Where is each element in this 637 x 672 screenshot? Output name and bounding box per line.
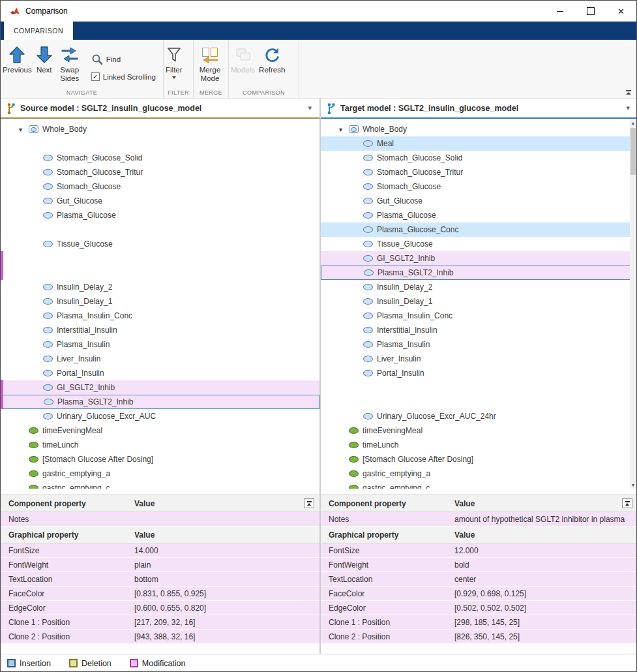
tab-comparison[interactable]: COMPARISON bbox=[4, 22, 73, 40]
next-button[interactable]: Next bbox=[36, 45, 53, 74]
checkbox-checked-icon[interactable]: ✓ bbox=[91, 72, 100, 81]
tree-item-stomach-glucose[interactable]: Stomach_Glucose bbox=[321, 179, 631, 194]
chevron-down-icon[interactable]: ▾ bbox=[308, 104, 312, 112]
property-row-notes[interactable]: Notes bbox=[1, 512, 319, 527]
tree-item-stomach-glucose-after-dosing[interactable]: [Stomach Glucose After Dosing] bbox=[321, 452, 631, 466]
property-row-edgecolor[interactable]: EdgeColor[0.502, 0.502, 0.502] bbox=[321, 601, 637, 615]
tree-item-plasma-sglt2-inhib[interactable]: Plasma_SGLT2_Inhib bbox=[1, 395, 319, 409]
expander-icon[interactable]: ▾ bbox=[339, 126, 349, 133]
find-button[interactable]: Find bbox=[91, 53, 156, 65]
collapse-panel-button[interactable] bbox=[304, 498, 314, 508]
collapse-panel-button[interactable] bbox=[622, 498, 632, 508]
tree-item-plasma-insulin[interactable]: Plasma_Insulin bbox=[321, 337, 631, 352]
previous-button[interactable]: Previous bbox=[3, 45, 32, 74]
tree-item-liver-insulin[interactable]: Liver_Insulin bbox=[321, 352, 631, 366]
species-icon bbox=[363, 198, 373, 204]
tree-item-plasma-insulin-conc[interactable]: Plasma_Insulin_Conc bbox=[321, 309, 631, 323]
vertical-scrollbar[interactable]: ▲ ▼ bbox=[630, 119, 636, 489]
tree-item-timeeveningmeal[interactable]: timeEveningMeal bbox=[1, 423, 319, 438]
tree-item-plasma-glucose[interactable]: Plasma_Glucose bbox=[1, 208, 319, 222]
tree-item-timeeveningmeal[interactable]: timeEveningMeal bbox=[321, 423, 631, 438]
tree-item-gi-sglt2-inhib[interactable]: GI_SGLT2_Inhib bbox=[321, 251, 631, 266]
tree-item-portal-insulin[interactable]: Portal_Insulin bbox=[1, 366, 319, 380]
tree-item-insulin-delay-2[interactable]: Insulin_Delay_2 bbox=[1, 280, 319, 294]
ribbon-tab-strip: COMPARISON bbox=[1, 22, 636, 40]
tree-item-stomach-glucose-tritur[interactable]: Stomach_Glucose_Tritur bbox=[1, 165, 319, 179]
tree-item-interstitial-insulin[interactable]: Interstitial_Insulin bbox=[1, 323, 319, 337]
models-icon bbox=[235, 45, 252, 65]
tree-item-meal[interactable]: Meal bbox=[321, 136, 631, 151]
minimize-button[interactable] bbox=[544, 1, 575, 22]
source-model-header[interactable]: Source model : SGLT2_insulin_glucose_mod… bbox=[1, 99, 319, 119]
tree-item-gi-sglt2-inhib[interactable]: GI_SGLT2_Inhib bbox=[1, 380, 319, 395]
tree-item-insulin-delay-2[interactable]: Insulin_Delay_2 bbox=[321, 280, 631, 294]
tree-item-gastric-emptying-c[interactable]: gastric_emptying_c bbox=[321, 481, 631, 489]
tree-item-plasma-glucose-conc[interactable]: Plasma_Glucose_Conc bbox=[321, 222, 631, 237]
scroll-down-button[interactable]: ▼ bbox=[630, 481, 636, 489]
scroll-up-button[interactable]: ▲ bbox=[630, 119, 636, 127]
tree-item-gastric-emptying-c[interactable]: gastric_emptying_c bbox=[1, 481, 319, 489]
property-row-fontsize[interactable]: FontSize12.000 bbox=[321, 543, 637, 558]
property-row-facecolor[interactable]: FaceColor[0.831, 0.855, 0.925] bbox=[1, 587, 319, 601]
tree-item-gut-glucose[interactable]: Gut_Glucose bbox=[321, 194, 631, 208]
species-icon bbox=[363, 183, 373, 190]
tree-item-plasma-sglt2-inhib[interactable]: Plasma_SGLT2_Inhib bbox=[321, 266, 631, 280]
tree-item-gut-glucose[interactable]: Gut_Glucose bbox=[1, 194, 319, 208]
tree-item-tissue-glucose[interactable]: Tissue_Glucose bbox=[1, 237, 319, 251]
property-row-textlocation[interactable]: TextLocationbottom bbox=[1, 572, 319, 587]
target-properties-panel: Component propertyValueNotesamount of hy… bbox=[321, 495, 637, 654]
tree-item-interstitial-insulin[interactable]: Interstitial_Insulin bbox=[321, 323, 631, 337]
tree-item-label: Insulin_Delay_1 bbox=[377, 297, 432, 306]
tree-item-insulin-delay-1[interactable]: Insulin_Delay_1 bbox=[321, 294, 631, 309]
tree-item-timelunch[interactable]: timeLunch bbox=[1, 438, 319, 452]
property-row-textlocation[interactable]: TextLocationcenter bbox=[321, 572, 637, 587]
refresh-button[interactable]: Refresh bbox=[259, 45, 285, 74]
tree-item-tissue-glucose[interactable]: Tissue_Glucose bbox=[321, 237, 631, 251]
tree-item-stomach-glucose-solid[interactable]: Stomach_Glucose_Solid bbox=[321, 151, 631, 165]
property-row-fontweight[interactable]: FontWeightplain bbox=[1, 558, 319, 572]
tree-item-urinary-glucose-excr-auc-24hr[interactable]: Urinary_Glucose_Excr_AUC_24hr bbox=[321, 409, 631, 423]
property-row-fontweight[interactable]: FontWeightbold bbox=[321, 558, 637, 572]
property-row-clone-2-position[interactable]: Clone 2 : Position[826, 350, 145, 25] bbox=[321, 630, 637, 644]
tree-item-urinary-glucose-excr-auc[interactable]: Urinary_Glucose_Excr_AUC bbox=[1, 409, 319, 423]
tree-item-liver-insulin[interactable]: Liver_Insulin bbox=[1, 352, 319, 366]
tree-item-stomach-glucose-after-dosing[interactable]: [Stomach Glucose After Dosing] bbox=[1, 452, 319, 466]
scrollbar-thumb[interactable] bbox=[630, 128, 636, 175]
tree-item-whole-body[interactable]: ▾Whole_Body bbox=[1, 122, 319, 136]
chevron-down-icon[interactable]: ▾ bbox=[626, 104, 630, 112]
property-row-edgecolor[interactable]: EdgeColor[0.600, 0.655, 0.820] bbox=[1, 601, 319, 615]
tree-item-insulin-delay-1[interactable]: Insulin_Delay_1 bbox=[1, 294, 319, 309]
tree-item-stomach-glucose-solid[interactable]: Stomach_Glucose_Solid bbox=[1, 151, 319, 165]
tree-item-stomach-glucose[interactable]: Stomach_Glucose bbox=[1, 179, 319, 194]
tree-item-whole-body[interactable]: ▾Whole_Body bbox=[321, 122, 631, 136]
close-button[interactable]: ✕ bbox=[606, 1, 636, 22]
target-model-header[interactable]: Target model : SGLT2_insulin_glucose_mod… bbox=[321, 99, 637, 119]
tree-item-label: Gut_Glucose bbox=[377, 196, 422, 206]
tree-item-plasma-insulin-conc[interactable]: Plasma_Insulin_Conc bbox=[1, 309, 319, 323]
filter-button[interactable]: Filter bbox=[166, 45, 183, 79]
property-row-fontsize[interactable]: FontSize14.000 bbox=[1, 543, 319, 558]
tree-item-portal-insulin[interactable]: Portal_Insulin bbox=[321, 366, 631, 380]
property-row-clone-1-position[interactable]: Clone 1 : Position[217, 209, 32, 16] bbox=[1, 615, 319, 630]
property-name: FaceColor bbox=[321, 589, 454, 598]
merge-mode-button[interactable]: Merge Mode bbox=[196, 45, 224, 83]
maximize-button[interactable] bbox=[575, 1, 606, 22]
collapse-ribbon-button[interactable] bbox=[626, 90, 631, 95]
property-row-facecolor[interactable]: FaceColor[0.929, 0.698, 0.125] bbox=[321, 587, 637, 601]
tree-item-label: GI_SGLT2_Inhib bbox=[57, 383, 115, 392]
tree-item-gastric-emptying-a[interactable]: gastric_emptying_a bbox=[1, 466, 319, 481]
tree-item-stomach-glucose-tritur[interactable]: Stomach_Glucose_Tritur bbox=[321, 165, 631, 179]
property-row-graphical-property[interactable]: Graphical propertyValue bbox=[1, 527, 319, 543]
linked-scrolling-checkbox[interactable]: ✓ Linked Scrolling bbox=[91, 72, 156, 81]
tree-item-plasma-glucose[interactable]: Plasma_Glucose bbox=[321, 208, 631, 222]
swap-sides-button[interactable]: Swap Sides bbox=[57, 45, 83, 83]
property-row-notes[interactable]: Notesamount of hypothetical SGLT2 inhibi… bbox=[321, 512, 637, 527]
tree-item-plasma-insulin[interactable]: Plasma_Insulin bbox=[1, 337, 319, 352]
property-row-clone-2-position[interactable]: Clone 2 : Position[943, 388, 32, 16] bbox=[1, 630, 319, 644]
tree-item-timelunch[interactable]: timeLunch bbox=[321, 438, 631, 452]
expander-icon[interactable]: ▾ bbox=[19, 126, 29, 133]
property-row-graphical-property[interactable]: Graphical propertyValue bbox=[321, 527, 637, 543]
property-value: [217, 209, 32, 16] bbox=[134, 618, 319, 627]
property-row-clone-1-position[interactable]: Clone 1 : Position[298, 185, 145, 25] bbox=[321, 615, 637, 630]
tree-item-gastric-emptying-a[interactable]: gastric_emptying_a bbox=[321, 466, 631, 481]
